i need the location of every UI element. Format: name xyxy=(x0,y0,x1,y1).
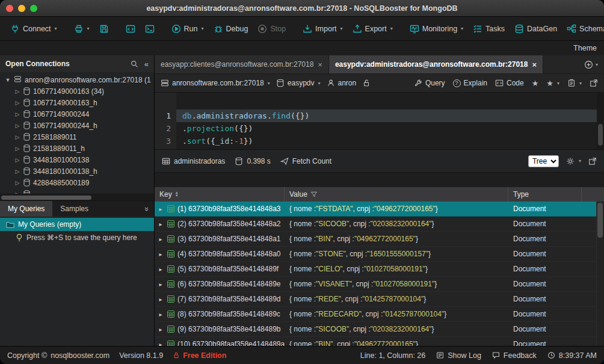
sidebar-database-item[interactable]: ▷10677149000163 (34) xyxy=(0,85,154,97)
tree-collapsed-icon[interactable]: ▷ xyxy=(14,157,20,163)
scrollbar-thumb[interactable] xyxy=(597,203,603,238)
sidebar-database-item[interactable]: ▷10677149000163_h xyxy=(0,97,154,108)
collapse-all-icon[interactable]: » xyxy=(143,206,152,211)
editor-tab[interactable]: easyapp:clientes@anronsoftware.com.br:27… xyxy=(155,55,329,73)
show-log-button[interactable]: Show Log xyxy=(436,351,481,360)
expand-results-button[interactable] xyxy=(588,157,597,165)
tree-collapsed-icon[interactable]: ▷ xyxy=(14,123,20,129)
user-breadcrumb[interactable]: anron xyxy=(327,79,357,87)
table-row[interactable]: ▸(6) 63730b98faaf358e4148489e{ nome : "V… xyxy=(155,277,604,292)
open-new-window-button[interactable] xyxy=(590,79,598,87)
tree-collapsed-icon[interactable]: ▷ xyxy=(14,134,20,140)
tree-expanded-icon[interactable]: ▼ xyxy=(5,77,11,83)
query-button[interactable]: Query xyxy=(414,79,445,87)
grid-scrollbar[interactable] xyxy=(596,202,604,346)
import-button[interactable]: Import ▾ xyxy=(298,21,347,37)
open-script-button[interactable]: ▾ xyxy=(70,21,94,37)
close-tab-icon[interactable]: × xyxy=(318,60,322,69)
explain-button[interactable]: ? Explain xyxy=(453,79,487,87)
sidebar-database-item[interactable]: ▷34481801000138 xyxy=(0,154,154,165)
table-row[interactable]: ▸(8) 63730b98faaf358e4148489c{ nome : "R… xyxy=(155,307,604,322)
expand-row-icon[interactable]: ▸ xyxy=(157,251,164,258)
save-button[interactable] xyxy=(95,21,113,37)
new-tab-icon[interactable] xyxy=(584,60,593,69)
unlock-button[interactable] xyxy=(362,79,371,87)
scrollbar-thumb[interactable] xyxy=(598,124,603,146)
expand-row-icon[interactable]: ▸ xyxy=(157,206,164,212)
theme-menu[interactable]: Theme xyxy=(573,44,597,52)
my-queries-root-item[interactable]: My Queries (empty) xyxy=(0,218,154,231)
sort-icon[interactable]: ▲▼ xyxy=(175,191,179,197)
sidebar-database-item[interactable]: ▷10677149000244_h xyxy=(0,120,154,131)
tab-my-queries[interactable]: My Queries xyxy=(0,201,52,217)
tasks-button[interactable]: Tasks xyxy=(469,21,509,37)
console-view-button[interactable] xyxy=(141,21,159,37)
expand-row-icon[interactable]: ▸ xyxy=(157,236,164,242)
site-link[interactable]: nosqlbooster.com xyxy=(51,351,109,360)
monitoring-button[interactable]: Monitoring ▾ xyxy=(405,21,467,37)
code-line[interactable]: .limit(100) xyxy=(176,147,604,150)
tree-collapsed-icon[interactable]: ▷ xyxy=(14,88,20,94)
scrollbar-thumb[interactable] xyxy=(1,196,91,200)
editor-view-button[interactable] xyxy=(122,21,140,37)
collapse-panel-icon[interactable]: « xyxy=(144,60,149,69)
editor-code[interactable]: db.administradoras.find({}).projection({… xyxy=(176,93,604,149)
sidebar-database-item[interactable]: ▷10677149000244 xyxy=(0,108,154,120)
tree-collapsed-icon[interactable]: ▷ xyxy=(14,111,20,117)
expand-row-icon[interactable]: ▸ xyxy=(157,311,164,318)
expand-row-icon[interactable]: ▸ xyxy=(157,296,164,303)
connection-root[interactable]: ▼ anron@anronsoftware.com.br:27018 (1 xyxy=(0,74,154,85)
column-header-value[interactable]: Value xyxy=(285,187,508,202)
favorite-icon[interactable]: ★ xyxy=(532,79,539,88)
sidebar-database-item[interactable]: ▷21581889011 xyxy=(0,131,154,143)
tree-collapsed-icon[interactable]: ▷ xyxy=(14,100,20,106)
expand-row-icon[interactable]: ▸ xyxy=(157,266,164,273)
feedback-button[interactable]: Feedback xyxy=(492,351,537,360)
close-tab-icon[interactable]: × xyxy=(532,60,537,69)
table-row[interactable]: ▸(5) 63730b98faaf358e4148489f{ nome : "C… xyxy=(155,262,604,277)
expand-row-icon[interactable]: ▸ xyxy=(157,326,164,333)
debug-button[interactable]: Debug xyxy=(209,21,253,37)
results-settings-button[interactable]: ▾ xyxy=(566,157,581,165)
code-line[interactable]: .sort({_id:-1}) xyxy=(176,135,604,147)
expand-row-icon[interactable]: ▸ xyxy=(157,341,164,347)
table-row[interactable]: ▸(2) 63730b98faaf358e414848a2{ nome : "S… xyxy=(155,217,604,232)
tree-collapsed-icon[interactable]: ▷ xyxy=(14,168,20,174)
close-window-button[interactable] xyxy=(6,5,13,12)
edition-badge[interactable]: Free Edition xyxy=(173,351,226,360)
code-editor[interactable]: 1234 db.administradoras.find({}).project… xyxy=(155,93,604,150)
connect-button[interactable]: Connect ▾ xyxy=(6,21,61,37)
expand-row-icon[interactable]: ▸ xyxy=(157,281,164,288)
minimize-window-button[interactable] xyxy=(18,5,25,12)
tab-samples[interactable]: Samples xyxy=(52,201,96,217)
table-row[interactable]: ▸(4) 63730b98faaf358e414848a0{ nome : "S… xyxy=(155,247,604,262)
sidebar-database-item[interactable]: ▷34481801000138_h xyxy=(0,165,154,177)
view-mode-select[interactable]: Tree xyxy=(528,155,559,167)
fetch-count-button[interactable]: Fetch Count xyxy=(280,157,331,165)
tree-collapsed-icon[interactable]: ▷ xyxy=(14,180,20,186)
sidebar-database-item[interactable]: ▷21581889011_h xyxy=(0,143,154,154)
tree-collapsed-icon[interactable]: ▷ xyxy=(14,146,20,152)
favorites-menu-button[interactable]: ★ ▾ xyxy=(546,79,559,88)
expand-row-icon[interactable]: ▸ xyxy=(157,221,164,227)
code-button[interactable]: Code xyxy=(495,79,524,87)
schema-button[interactable]: Schema ▾ xyxy=(562,21,604,37)
server-breadcrumb[interactable]: anronsoftware.com.br:27018 ▾ xyxy=(161,79,270,87)
sidebar-database-item[interactable]: ▷42884885000189 xyxy=(0,177,154,188)
editor-scrollbar[interactable] xyxy=(597,93,604,149)
run-button[interactable]: Run ▾ xyxy=(167,21,208,37)
filter-icon[interactable] xyxy=(310,191,318,198)
chevron-down-icon[interactable]: ▾ xyxy=(596,62,598,67)
code-line[interactable]: .projection({}) xyxy=(176,122,604,135)
cursor-position[interactable]: Line: 1, Column: 26 xyxy=(360,351,425,360)
table-row[interactable]: ▸(1) 63730b98faaf358e414848a3{ nome : "F… xyxy=(155,202,604,217)
zoom-window-button[interactable] xyxy=(30,5,37,12)
column-header-key[interactable]: Key ▲▼ xyxy=(155,187,285,202)
code-line[interactable]: db.administradoras.find({}) xyxy=(176,110,604,122)
export-button[interactable]: Export ▾ xyxy=(348,21,397,37)
table-row[interactable]: ▸(10) 63730b98faaf358e4148489a{ nome : "… xyxy=(155,337,604,346)
table-row[interactable]: ▸(7) 63730b98faaf358e4148489d{ nome : "R… xyxy=(155,292,604,307)
sidebar-database-item[interactable]: ▷ xyxy=(0,188,154,194)
database-breadcrumb[interactable]: easypdv ▾ xyxy=(276,79,321,87)
snippets-button[interactable]: ▾ xyxy=(567,79,582,87)
